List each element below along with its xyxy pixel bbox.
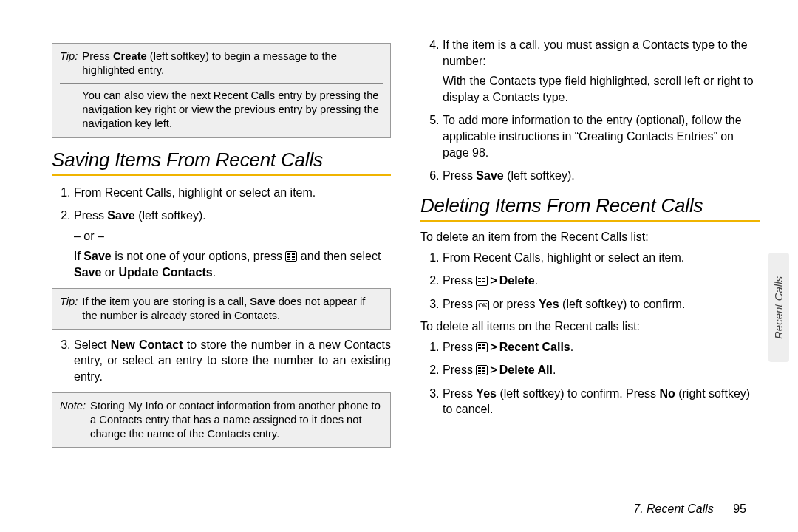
saving-steps-cont: Select New Contact to store the number i…	[52, 337, 391, 385]
step-3: Select New Contact to store the number i…	[74, 337, 391, 385]
note-box: Note: Storing My Info or contact informa…	[52, 392, 391, 448]
menu-icon	[476, 342, 488, 352]
tip-text-2: You can also view the next Recent Calls …	[82, 89, 383, 131]
tip-divider	[60, 83, 383, 84]
menu-icon	[285, 251, 297, 262]
page-columns: Tip: Press Create (left softkey) to begi…	[0, 0, 798, 510]
saving-steps-right: If the item is a call, you must assign a…	[420, 37, 760, 184]
right-column: If the item is a call, you must assign a…	[420, 37, 760, 495]
step-4: If the item is a call, you must assign a…	[443, 37, 760, 105]
tip-label: Tip:	[60, 50, 78, 78]
tip-box-1: Tip: Press Create (left softkey) to begi…	[52, 43, 391, 138]
heading-rule	[52, 174, 391, 176]
side-tab-label: Recent Calls	[773, 276, 785, 338]
tip-label: Tip:	[60, 295, 78, 323]
lead-delete-item: To delete an item from the Recent Calls …	[420, 231, 760, 244]
menu-icon	[476, 365, 488, 375]
d-step-2: Press >Delete.	[443, 273, 760, 289]
e-step-1: Press >Recent Calls.	[443, 339, 760, 355]
heading-saving: Saving Items From Recent Calls	[52, 149, 391, 171]
left-column: Tip: Press Create (left softkey) to begi…	[52, 37, 391, 495]
tip-box-2: Tip: If the item you are storing is a ca…	[52, 288, 391, 330]
step-2-if: If Save is not one of your options, pres…	[74, 248, 391, 280]
saving-steps: From Recent Calls, highlight or select a…	[52, 185, 391, 281]
ok-icon: OK	[476, 300, 489, 310]
step-1: From Recent Calls, highlight or select a…	[74, 185, 391, 201]
note-text: Storing My Info or contact information f…	[90, 399, 383, 441]
heading-rule	[420, 220, 760, 222]
step-2: Press Save (left softkey). – or – If Sav…	[74, 208, 391, 280]
step-5: To add more information to the entry (op…	[443, 112, 760, 160]
heading-deleting: Deleting Items From Recent Calls	[420, 194, 760, 217]
delete-item-steps: From Recent Calls, highlight or select a…	[420, 250, 760, 313]
page-footer: 7. Recent Calls 95	[633, 502, 746, 516]
side-tab: Recent Calls	[768, 253, 789, 362]
footer-section: 7. Recent Calls	[633, 502, 714, 515]
delete-all-steps: Press >Recent Calls. Press >Delete All. …	[420, 339, 760, 417]
tip-text: If the item you are storing is a call, S…	[82, 295, 383, 323]
d-step-3: Press OK or press Yes (left softkey) to …	[443, 296, 760, 313]
lead-delete-all: To delete all items on the Recent calls …	[420, 320, 760, 333]
step-2-or: – or –	[74, 228, 391, 245]
tip-text: Press Create (left softkey) to begin a m…	[82, 50, 383, 78]
e-step-2: Press >Delete All.	[443, 362, 760, 378]
note-label: Note:	[60, 399, 86, 441]
e-step-3: Press Yes (left softkey) to confirm. Pre…	[443, 386, 760, 417]
page-number: 95	[733, 502, 746, 515]
d-step-1: From Recent Calls, highlight or select a…	[443, 250, 760, 266]
menu-icon	[476, 276, 488, 286]
step-6: Press Save (left softkey).	[443, 168, 760, 184]
